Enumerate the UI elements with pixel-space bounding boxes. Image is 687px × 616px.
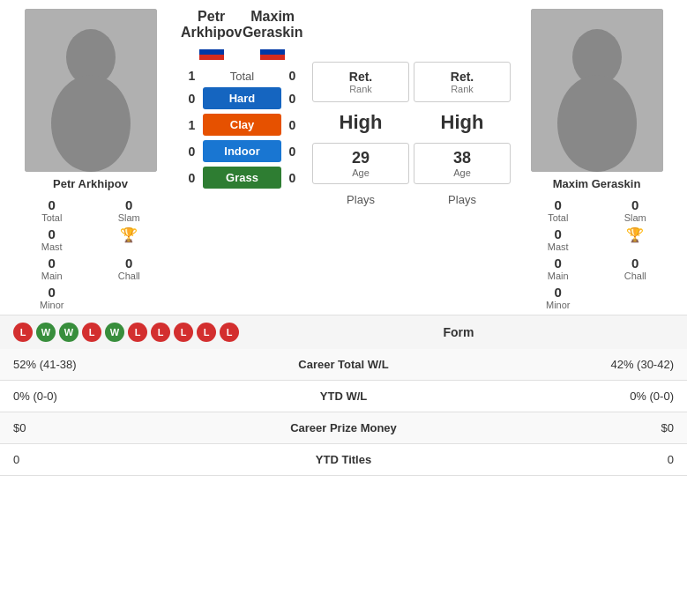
left-header-name-box: Petr Arkhipov [181, 9, 242, 60]
left-main-label: Main [41, 271, 63, 281]
right-age-value: 38 [420, 149, 504, 167]
left-age-box: 29 Age [312, 143, 409, 184]
right-plays-label: Plays [448, 193, 476, 206]
right-main-label: Main [548, 271, 569, 281]
right-slam-stat: 0 Slam [601, 197, 670, 223]
right-chall-stat: 0 Chall [601, 256, 670, 281]
total-score-left: 1 [181, 69, 203, 83]
stats-left-0: 52% (41-38) [0, 349, 241, 381]
form-badge-l: L [174, 323, 193, 342]
right-chall-label: Chall [624, 271, 646, 281]
left-plays-label: Plays [347, 193, 375, 206]
stats-left-2: $0 [0, 412, 241, 444]
right-age-label: Age [420, 167, 504, 178]
left-mast-stat: 0 Mast [18, 226, 86, 252]
left-rank-box: Ret. Rank [312, 62, 409, 102]
right-trophy-icon: 🏆 [626, 226, 644, 243]
right-header-name-box: Maxim Geraskin [242, 9, 303, 60]
hard-score-left: 0 [181, 92, 203, 106]
clay-surface-btn[interactable]: Clay [203, 114, 281, 136]
scores-table: 1 Total 0 0 Hard 0 1 Clay 0 0 [181, 69, 303, 189]
left-main-value: 0 [49, 256, 56, 271]
stats-right-3: 0 [446, 444, 687, 476]
form-badge-l: L [128, 323, 147, 342]
form-section: LWWLWLLLLL Form [0, 315, 687, 349]
form-badge-w: W [59, 323, 78, 342]
left-age-value: 29 [318, 149, 403, 167]
indoor-score-right: 0 [281, 145, 303, 159]
left-high-box: High [340, 111, 383, 134]
main-wrapper: Petr Arkhipov 0 Total 0 Slam 0 Mast 🏆 [0, 0, 687, 476]
left-rank-label: Rank [320, 84, 401, 94]
right-rank-value: Ret. [422, 70, 503, 84]
left-slam-value: 0 [125, 197, 132, 212]
total-score-row: 1 Total 0 [181, 69, 303, 83]
clay-score-row: 1 Clay 0 [181, 114, 303, 136]
right-age-box: 38 Age [414, 143, 511, 184]
left-minor-label: Minor [40, 300, 64, 310]
stats-right-2: $0 [446, 412, 687, 444]
stats-center-0: Career Total W/L [241, 349, 447, 381]
left-age-label: Age [318, 167, 403, 178]
total-score-label: Total [203, 70, 281, 83]
left-total-value: 0 [49, 197, 56, 212]
stats-row-2: $0 Career Prize Money $0 [0, 412, 687, 444]
left-mast-label: Mast [41, 241, 63, 252]
left-rank-value: Ret. [320, 70, 401, 84]
left-chall-stat: 0 Chall [95, 256, 164, 281]
left-player-section: Petr Arkhipov 0 Total 0 Slam 0 Mast 🏆 [9, 9, 172, 310]
right-rank-label: Rank [422, 84, 503, 94]
left-slam-stat: 0 Slam [95, 197, 164, 223]
grass-score-left: 0 [181, 171, 203, 185]
hard-score-row: 0 Hard 0 [181, 87, 303, 109]
indoor-surface-btn[interactable]: Indoor [203, 140, 281, 162]
left-total-stat: 0 Total [18, 197, 86, 223]
stats-row-3: 0 YTD Titles 0 [0, 444, 687, 476]
left-player-stats: 0 Total 0 Slam 0 Mast 🏆 0 Main [9, 197, 172, 310]
left-minor-value: 0 [49, 285, 56, 300]
stats-center-2: Career Prize Money [241, 412, 447, 444]
right-player-stats: 0 Total 0 Slam 0 Mast 🏆 0 Main [515, 197, 678, 310]
clay-score-right: 0 [281, 118, 303, 132]
left-flag [199, 44, 224, 60]
right-high-value: High [441, 111, 484, 133]
center-stats-section: Petr Arkhipov Maxim Geraskin 1 Total 0 [176, 9, 308, 310]
hard-surface-btn[interactable]: Hard [203, 87, 281, 109]
right-flag [260, 44, 285, 60]
form-badge-w: W [105, 323, 124, 342]
right-slam-label: Slam [624, 212, 646, 223]
form-badge-l: L [151, 323, 170, 342]
form-badges: LWWLWLLLLL [13, 323, 239, 342]
left-mast-value: 0 [49, 226, 56, 241]
left-chall-label: Chall [118, 271, 140, 281]
indoor-score-left: 0 [181, 145, 203, 159]
left-main-stat: 0 Main [18, 256, 86, 281]
stats-right-0: 42% (30-42) [446, 349, 687, 381]
right-total-label: Total [548, 212, 568, 223]
grass-score-row: 0 Grass 0 [181, 167, 303, 189]
right-mast-stat: 0 Mast [524, 226, 593, 252]
grass-surface-btn[interactable]: Grass [203, 167, 281, 189]
left-player-photo [25, 9, 157, 172]
right-main-value: 0 [555, 256, 562, 271]
indoor-score-row: 0 Indoor 0 [181, 140, 303, 162]
right-mast-value: 0 [555, 226, 562, 241]
right-minor-label: Minor [546, 300, 571, 310]
right-chall-value: 0 [631, 256, 638, 271]
left-player-name: Petr Arkhipov [53, 177, 128, 190]
right-middle-stats: Ret. Rank High 38 Age Plays [414, 9, 511, 310]
right-player-name: Maxim Geraskin [553, 177, 641, 190]
form-label: Form [243, 325, 674, 339]
form-badge-w: W [36, 323, 56, 342]
stats-left-3: 0 [0, 444, 241, 476]
stats-left-1: 0% (0-0) [0, 381, 241, 412]
right-plays-box: Plays [448, 193, 476, 206]
right-rank-box: Ret. Rank [414, 62, 511, 102]
clay-score-left: 1 [181, 118, 203, 132]
form-badge-l: L [13, 323, 33, 342]
stats-row-1: 0% (0-0) YTD W/L 0% (0-0) [0, 381, 687, 412]
left-minor-stat: 0 Minor [18, 285, 86, 310]
grass-score-right: 0 [281, 171, 303, 185]
stats-row-0: 52% (41-38) Career Total W/L 42% (30-42) [0, 349, 687, 381]
total-score-right: 0 [281, 69, 303, 83]
